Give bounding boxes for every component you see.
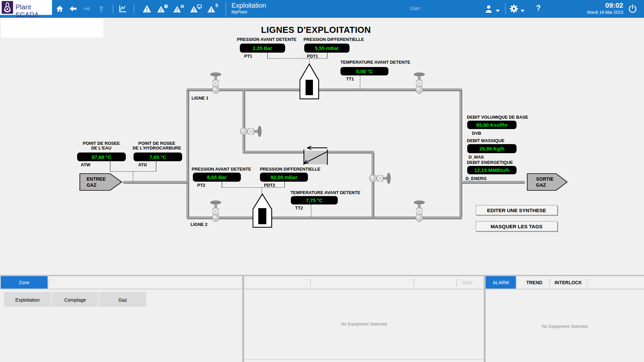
help-icon[interactable]: ? <box>536 4 541 13</box>
scada-screen: Plant SCADA <box>0 0 644 362</box>
measurement-dvb: DEBIT VOLUMIQUE DE BASE 85,50 Kscf/hr DV… <box>466 115 534 136</box>
valve-ligne1-right[interactable] <box>412 72 427 95</box>
tab-separator <box>310 279 311 287</box>
top-bar: Plant SCADA <box>0 0 644 18</box>
alarm-recent-icon[interactable]: 5 <box>207 4 218 13</box>
trend-icon[interactable] <box>118 4 127 13</box>
pt2-value-display[interactable]: 8,65 Bar <box>193 173 241 182</box>
settings-menu-chevron-icon[interactable] <box>520 6 525 15</box>
tab-separator <box>457 279 457 287</box>
tt2-value-display[interactable]: 7,75 °C <box>291 196 338 204</box>
measurement-tt2: TEMPERATURE AVANT DETENTE 7,75 °C TT2 <box>288 190 362 212</box>
connector-line <box>133 171 133 181</box>
tab-zone-label: Zone <box>19 280 30 285</box>
atw-tag: ATW <box>81 162 91 167</box>
toolbar-separator <box>225 2 226 16</box>
page-subtitle: MyPlant <box>231 9 266 15</box>
user-icon[interactable] <box>484 4 493 14</box>
valve-ligne2-left[interactable] <box>208 200 223 223</box>
tab-separator <box>49 279 49 287</box>
mask-tags-button[interactable]: MASQUER LES TAGS <box>476 221 557 231</box>
measurement-label: PRESSION AVANT DETENTE <box>190 167 253 172</box>
alarm-disabled-icon[interactable] <box>173 4 184 13</box>
pdt2-tag: PDT2 <box>264 183 275 188</box>
measurement-label: PRESSION DIFFERENTIELLE <box>257 167 324 172</box>
no-equipment-message: No Equipment Selected <box>244 321 484 326</box>
oos-tab: OOS <box>462 280 473 285</box>
dvb-value: 85,50 Kscf/hr <box>476 122 507 128</box>
atw-value-display[interactable]: 87,88 °C <box>77 153 126 161</box>
pdt2-value: 92,00 mBar <box>270 174 297 180</box>
tt2-tag: TT2 <box>295 205 303 210</box>
gas-inlet-arrow: ENTREE GAZ <box>79 173 123 191</box>
clock: 09:02 Mardi 16 Mai 2023 <box>570 1 623 15</box>
alarm-timed-icon[interactable] <box>157 4 168 13</box>
pipe-left-vertical <box>186 88 189 219</box>
measurement-label: DE L'EAU <box>74 145 128 150</box>
toolbar-separator <box>505 3 506 14</box>
dvb-value-display[interactable]: 85,50 Kscf/hr <box>467 121 517 129</box>
pt1-value-display[interactable]: 2,35 Bar <box>240 44 285 53</box>
tab-zone[interactable]: Zone <box>1 276 48 289</box>
tab-alarm-label: ALARM <box>493 280 509 285</box>
pt2-tag: PT2 <box>197 183 205 188</box>
measurement-label: DEBIT VOLUMIQUE DE BASE <box>466 115 536 120</box>
measurement-denerg: DEBIT ENERGETIQUE 12,15 MMBtu/h D_ENERG <box>466 160 534 181</box>
zone-button-exploitation[interactable]: Exploitation <box>4 292 51 307</box>
denerg-tag: D_ENERG <box>466 176 487 181</box>
tab-separator <box>587 279 587 287</box>
tt1-value-display[interactable]: 5,00 °C <box>340 67 388 75</box>
valve-bypass-lower[interactable] <box>369 171 391 187</box>
home-icon[interactable] <box>55 4 64 13</box>
edit-synthesis-button[interactable]: EDITER UNE SYNTHESE <box>476 205 557 215</box>
atw-value: 87,88 °C <box>92 154 111 160</box>
bottom-panel: Zone Exploitation Comptage Gaz OOS No Eq… <box>0 275 644 362</box>
plant-scada-logo-icon <box>2 1 13 14</box>
measurement-label: TEMPERATURE AVANT DETENTE <box>288 190 362 195</box>
settings-gear-icon[interactable] <box>509 4 519 13</box>
equipment-alarm-section: ALARM TREND INTERLOCK No Equipment Selec… <box>486 276 644 362</box>
measurement-label: POINT DE ROSEE <box>129 141 184 146</box>
regulator-ligne1[interactable] <box>300 63 320 101</box>
pressure-reducer-symbol[interactable] <box>301 145 331 168</box>
pt2-value: 8,65 Bar <box>207 174 226 180</box>
tab-alarm[interactable]: ALARM <box>486 276 516 289</box>
measurement-pt2: PRESSION AVANT DETENTE 8,65 Bar PT2 <box>190 167 253 189</box>
dmas-tag: D_MAS <box>469 155 484 160</box>
power-icon[interactable] <box>628 4 637 13</box>
pipe-right-vertical <box>460 88 462 219</box>
page-header: Exploitation MyPlant <box>231 1 266 15</box>
up-icon[interactable] <box>97 4 106 13</box>
pt1-value: 2,35 Bar <box>253 45 272 51</box>
zone-button-gaz[interactable]: Gaz <box>99 292 146 307</box>
equipment-detail-section: OOS No Equipment Selected <box>244 276 484 362</box>
regulator-ligne2[interactable] <box>253 193 273 230</box>
atg-value-display[interactable]: 7,65 °C <box>133 153 182 161</box>
blank-display-panel <box>1 18 103 38</box>
measurement-label: DEBIT MASSIQUE <box>466 138 536 143</box>
user-menu-chevron-icon[interactable] <box>495 6 500 15</box>
valve-bypass-upper[interactable] <box>240 124 262 140</box>
pdt1-value-display[interactable]: 5,55 mBar <box>304 44 350 53</box>
alarm-hardware-icon[interactable] <box>190 4 202 13</box>
tab-trend-label: TREND <box>526 280 542 285</box>
tab-trend[interactable]: TREND <box>517 276 552 289</box>
back-icon[interactable] <box>68 4 78 13</box>
inlet-label-line2: GAZ <box>87 182 97 188</box>
valve-ligne2-right[interactable] <box>412 200 427 223</box>
tab-interlock[interactable]: INTERLOCK <box>550 276 587 289</box>
section-divider <box>244 359 484 360</box>
alarm-icon[interactable] <box>142 4 152 13</box>
no-equipment-message: No Equipment Selected <box>486 324 644 329</box>
zone-button-comptage[interactable]: Comptage <box>52 292 99 307</box>
tab-separator <box>414 279 414 287</box>
detail-tabstrip: OOS <box>244 276 484 289</box>
valve-ligne1-left[interactable] <box>208 72 223 95</box>
measurement-label: TEMPERATURE AVANT DETENTE <box>338 60 413 65</box>
forward-icon[interactable] <box>83 4 92 13</box>
toolbar-separator <box>133 4 134 13</box>
tab-interlock-label: INTERLOCK <box>554 280 582 285</box>
pdt2-value-display[interactable]: 92,00 mBar <box>260 173 308 182</box>
denerg-value-display[interactable]: 12,15 MMBtu/h <box>467 166 517 174</box>
dmas-value-display[interactable]: 25,95 Kg/h <box>467 144 517 153</box>
